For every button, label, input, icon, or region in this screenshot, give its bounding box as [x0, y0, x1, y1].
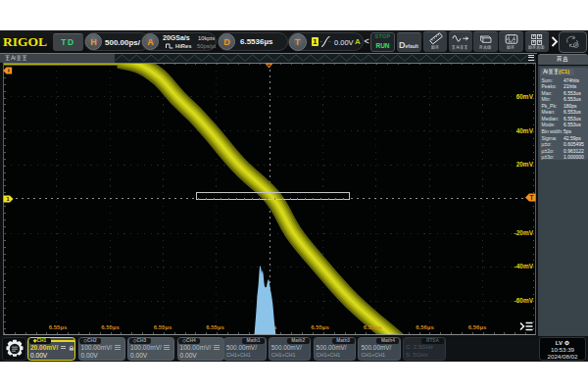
svg-text:T: T — [529, 194, 533, 201]
svg-text:1: 1 — [6, 195, 10, 202]
